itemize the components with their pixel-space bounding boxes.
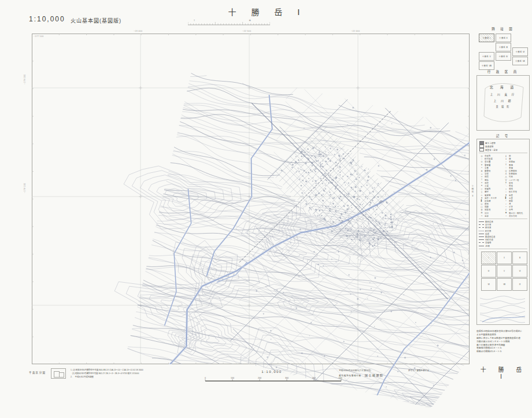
adjacent-sheet-cell: 十勝岳 Ⅵ <box>512 47 528 56</box>
adjacent-sheet-cell: 十勝岳 Ⅰ <box>479 34 494 42</box>
line-symbol <box>479 236 484 237</box>
legend-symbol: ▲ <box>479 197 485 199</box>
index-cell: Ⅵ <box>512 265 527 278</box>
graticule-top-label: −22 000 <box>351 30 360 32</box>
footer-index-diagram <box>51 368 66 379</box>
legend-label: JR線 <box>485 245 527 247</box>
legend-symbol: ∥ <box>503 155 509 157</box>
legend-building-row: 無壁舎・温室 <box>479 148 527 151</box>
legend-symbol: ∗ <box>479 164 485 166</box>
legend-symbol: ○ <box>479 158 485 160</box>
legend-symbol: → <box>503 214 509 217</box>
admin-line: 上 川 郡 <box>483 98 523 102</box>
legend-symbol: ○ <box>503 161 509 163</box>
legend-symbol: ▌ <box>479 199 485 202</box>
legend-symbol: ◎ <box>479 155 485 157</box>
graticule-top-label: −23 000 <box>134 30 142 32</box>
legend-symbol: ≀ <box>503 203 509 205</box>
sheet-grid <box>32 34 470 364</box>
legend-symbol: ≀ <box>503 199 509 202</box>
building-symbol <box>479 145 484 148</box>
adjacent-sheets-title: 隣 接 図 <box>475 27 531 31</box>
index-cell: Ⅰ <box>481 251 496 264</box>
legend-symbol: Λ <box>503 173 509 175</box>
line-symbol <box>479 224 484 225</box>
legend-symbol: ▲ <box>503 194 509 196</box>
admin-line: 美 瑛 町 <box>483 105 523 108</box>
page-title: 十 勝 岳 Ⅰ <box>204 6 331 17</box>
footer-left-label: 平面区分図 <box>29 371 46 374</box>
adjacent-sheet-cell: 十勝岳 Ⅲ <box>496 43 511 51</box>
legend-symbol: ▢ <box>479 206 485 208</box>
legend-box: 堅ろう建物普通建物無壁舎・温室◎市役所○町村役場⊙官公署∗警察署×交番⊕郵便局⊥… <box>476 139 530 325</box>
legend-symbol: Q <box>503 170 509 172</box>
line-symbol <box>479 239 484 240</box>
legend-line-row: JR線 <box>479 244 527 247</box>
legend-title: 記 号 <box>475 134 531 138</box>
line-symbol <box>479 231 484 231</box>
legend-columns: ◎市役所○町村役場⊙官公署∗警察署×交番⊕郵便局⊥学校＋病院†神社≡寺院✶工場◇… <box>479 154 527 217</box>
legend-divider <box>479 219 527 219</box>
svg-text:0: 0 <box>205 377 206 379</box>
legend-symbol: ∷ <box>503 191 509 193</box>
legend-symbol: ⊻ <box>503 182 509 184</box>
index-cell: Ⅶ <box>481 278 496 291</box>
footer-publish-line: 平成元年6月30日発行(丁乙第16号) <box>339 369 371 372</box>
legend-row: ♨温泉 <box>479 214 503 217</box>
index-cell: Ⅷ <box>497 278 512 291</box>
line-symbol <box>479 246 484 246</box>
legend-divider <box>479 153 527 153</box>
line-symbol <box>479 242 484 243</box>
svg-text:400: 400 <box>312 377 316 379</box>
note-line: 標高点の間隔は5メートル <box>476 350 531 354</box>
header-series: 火山基本図(基図版) <box>71 17 121 24</box>
legend-symbol: ✶ <box>479 184 485 187</box>
header-scale: 1:10,000 <box>29 15 65 23</box>
legend-symbol: ⋀ <box>503 176 509 178</box>
index-cell: Ⅴ <box>497 265 512 278</box>
graticule-top-label: −22 500 <box>242 30 251 32</box>
legend-sketch-svg <box>479 293 527 324</box>
sheet-title-bottom: 十 勝 岳 Ⅰ <box>476 365 531 380</box>
publisher-name: 国土地理院 <box>365 373 384 377</box>
legend-label: 普通建物 <box>485 145 527 148</box>
legend-label: 流水方向 <box>509 214 527 217</box>
legend-building-row: 堅ろう建物 <box>479 141 527 145</box>
index-cell: Ⅲ <box>512 251 527 264</box>
legend-symbol: ⋒ <box>479 212 485 214</box>
line-symbol <box>479 221 484 222</box>
svg-text:200: 200 <box>258 377 261 379</box>
legend-symbol: ∨ <box>503 158 509 160</box>
admin-line: 上 川 支 庁 <box>483 92 523 96</box>
legend-divider <box>479 249 527 249</box>
admin-lines: 北 海 道上 川 支 庁上 川 郡美 瑛 町 <box>483 84 523 108</box>
graticule-left-label: −178 000 <box>24 75 26 85</box>
legend-symbol: ▌ <box>503 197 509 199</box>
footer-scale-label: 1:10,000 <box>237 370 306 373</box>
map-sheet-page: 1:10,000 火山基本図(基図版) 十 勝 岳 Ⅰ ↑✳ −177 500 … <box>0 0 532 418</box>
footer-publisher-prefix: 著作権所有兼発行者 <box>339 375 361 377</box>
legend-symbol: ∴ <box>503 167 509 169</box>
legend-symbol: ⊔ <box>479 203 485 205</box>
legend-symbol: ▯ <box>479 191 485 193</box>
legend-symbol: ⊙ <box>479 161 485 163</box>
svg-text:↑: ↑ <box>194 19 195 22</box>
index-cell: Ⅳ <box>481 265 496 278</box>
legend-sketch <box>479 293 527 325</box>
legend-symbol: † <box>479 179 485 181</box>
legend-symbol: ─ <box>503 206 509 208</box>
legend-column: ∥田∨畑○果樹園Y桑畑∴茶畑Q広葉樹林Λ針葉樹林⋀竹林⋁ハイマツ地⊻笹地⋱荒地≈… <box>503 154 527 217</box>
adjacent-sheet-cell: 十勝岳 Ⅶ <box>512 57 528 65</box>
footer-scale-bar: 0100200300400500m <box>204 376 342 384</box>
marginal-notes: 座標系は昭和46年建設省告示第903号の規定による平面直角座標系図郭に表示してあ… <box>476 330 531 354</box>
legend-symbol: ⋱ <box>503 184 509 187</box>
source-line: 2. 平成元年2月現地調査 <box>71 375 204 379</box>
svg-text:300: 300 <box>285 377 289 379</box>
adjacent-sheet-cell: 十勝岳 Ⅴ <box>479 52 494 61</box>
legend-symbol: ＋ <box>479 175 485 178</box>
right-edge-adjacent-label: 十勝岳 Ⅱ <box>471 185 474 198</box>
legend-index-grid: ⅠⅡⅢⅣⅤⅥⅦⅧⅨ <box>479 250 527 293</box>
legend-symbol: ≈ <box>503 188 509 190</box>
svg-text:500m: 500m <box>339 377 342 379</box>
index-cell: Ⅸ <box>512 278 527 291</box>
